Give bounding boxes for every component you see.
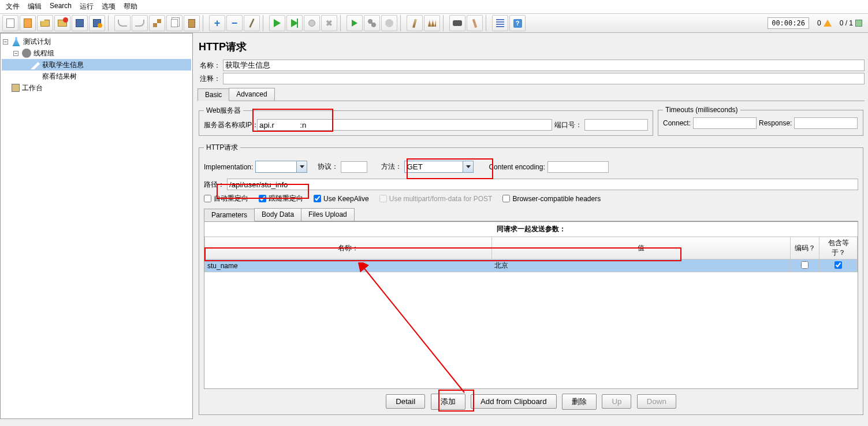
server-input[interactable] [257, 119, 552, 131]
comment-label: 注释： [198, 74, 221, 84]
down-button[interactable]: Down [637, 394, 676, 409]
function-helper-button[interactable] [492, 15, 508, 31]
name-label: 名称： [198, 61, 221, 71]
clear-all-button[interactable] [424, 15, 440, 31]
cell-encode[interactable] [791, 260, 819, 272]
port-label: 端口号： [554, 120, 582, 130]
add-button[interactable]: 添加 [431, 394, 465, 410]
start-button[interactable] [269, 15, 285, 31]
parameters-area: 同请求一起发送参数： 名称： 值 编码？ 包含等于？ stu_name 北京 [204, 221, 858, 389]
connect-label: Connect: [663, 119, 691, 127]
tree-node-thread-group[interactable]: − 线程组 [2, 47, 191, 59]
col-value[interactable]: 值 [492, 237, 791, 260]
panel-title: HTTP请求 [199, 40, 863, 54]
menu-help[interactable]: 帮助 [124, 2, 137, 12]
keepalive-checkbox[interactable]: Use KeepAlive [314, 195, 369, 203]
menu-run[interactable]: 运行 [80, 2, 94, 12]
elapsed-timer: 00:00:26 [768, 17, 809, 29]
collapse-button[interactable]: − [226, 15, 243, 31]
menu-edit[interactable]: 编辑 [28, 2, 42, 12]
method-select[interactable] [404, 161, 474, 173]
menu-search[interactable]: Search [50, 2, 72, 12]
protocol-input[interactable] [341, 161, 367, 173]
templates-button[interactable] [20, 15, 36, 31]
sampler-panel: HTTP请求 名称： 注释： Basic Advanced Web服务器 服务器… [193, 33, 868, 419]
col-include-equals[interactable]: 包含等于？ [819, 237, 858, 260]
toggle-button[interactable] [244, 15, 260, 31]
follow-redirect-checkbox[interactable]: 跟随重定向 [259, 194, 303, 203]
implementation-select[interactable] [255, 161, 307, 173]
save-as-button[interactable] [89, 15, 105, 31]
detail-button[interactable]: Detail [386, 394, 425, 409]
tree-node-http-sampler[interactable]: 获取学生信息 [2, 59, 191, 71]
web-server-fieldset: Web服务器 服务器名称或IP： 端口号： [199, 106, 653, 136]
col-encode[interactable]: 编码？ [791, 237, 819, 260]
cell-param-name[interactable]: stu_name [205, 260, 492, 272]
http-request-fieldset: HTTP请求 Implementation: 协议： 方法： Content e… [199, 143, 863, 415]
close-button[interactable] [54, 15, 70, 31]
parameters-table[interactable]: 名称： 值 编码？ 包含等于？ stu_name 北京 [204, 236, 858, 272]
tree-node-workbench[interactable]: 工作台 [2, 82, 191, 94]
timeouts-fieldset: Timeouts (milliseconds) Connect: Respons… [658, 106, 863, 136]
tab-basic[interactable]: Basic [198, 88, 229, 101]
content-encoding-label: Content encoding: [489, 163, 545, 171]
paste-button[interactable] [184, 15, 200, 31]
expand-button[interactable]: + [209, 15, 225, 31]
method-label: 方法： [381, 162, 402, 172]
tab-body-data[interactable]: Body Data [254, 208, 301, 221]
response-input[interactable] [794, 117, 858, 129]
new-button[interactable] [2, 15, 18, 31]
remote-start-all-button[interactable] [364, 15, 380, 31]
web-server-legend: Web服务器 [204, 106, 243, 116]
up-button[interactable]: Up [602, 394, 631, 409]
table-row[interactable]: stu_name 北京 [205, 260, 858, 272]
tab-files-upload[interactable]: Files Upload [301, 208, 355, 221]
multipart-checkbox[interactable]: Use multipart/form-data for POST [379, 195, 493, 203]
remote-start-button[interactable] [347, 15, 363, 31]
remote-stop-button[interactable] [381, 15, 397, 31]
content-encoding-input[interactable] [547, 161, 609, 173]
help-button[interactable]: ? [509, 15, 526, 31]
flask-icon [12, 37, 21, 46]
tree-node-test-plan[interactable]: − 测试计划 [2, 36, 191, 47]
clear-button[interactable] [407, 15, 423, 31]
stop-button[interactable] [304, 15, 320, 31]
tab-parameters[interactable]: Parameters [204, 209, 255, 221]
tree-node-results-tree[interactable]: 察看结果树 [2, 71, 191, 82]
cell-param-value[interactable]: 北京 [492, 260, 791, 272]
undo-button[interactable] [114, 15, 131, 31]
save-button[interactable] [72, 15, 88, 31]
shutdown-button[interactable]: ✖ [321, 15, 337, 31]
auto-redirect-checkbox[interactable]: 自动重定向 [204, 194, 248, 203]
parameters-header: 同请求一起发送参数： [204, 222, 858, 236]
name-input[interactable] [223, 60, 865, 71]
parameters-buttons: Detail 添加 Add from Clipboard 删除 Up Down [204, 394, 858, 410]
open-button[interactable] [37, 15, 53, 31]
menubar: 文件 编辑 Search 运行 选项 帮助 [0, 0, 868, 14]
tree-toggle-icon[interactable]: − [13, 51, 18, 56]
search-button[interactable] [449, 15, 465, 31]
port-input[interactable] [584, 119, 648, 131]
start-no-timers-button[interactable] [286, 15, 303, 31]
tree-label: 线程组 [33, 49, 54, 58]
timeouts-legend: Timeouts (milliseconds) [663, 106, 740, 114]
delete-button[interactable]: 删除 [562, 394, 597, 410]
chevron-down-icon[interactable] [463, 161, 473, 172]
path-input[interactable] [227, 179, 858, 190]
chevron-down-icon[interactable] [296, 161, 307, 172]
test-plan-tree[interactable]: − 测试计划 − 线程组 获取学生信息 察看结果树 工作台 [0, 33, 193, 419]
redo-button[interactable] [132, 15, 148, 31]
comment-input[interactable] [223, 73, 865, 84]
col-name[interactable]: 名称： [205, 237, 492, 260]
cell-include-equals[interactable] [819, 260, 858, 272]
reset-search-button[interactable] [467, 15, 483, 31]
tree-toggle-icon[interactable]: − [3, 39, 8, 45]
connect-input[interactable] [693, 117, 757, 129]
cut-button[interactable] [149, 15, 165, 31]
add-from-clipboard-button[interactable]: Add from Clipboard [471, 394, 557, 409]
browser-headers-checkbox[interactable]: Browser-compatible headers [502, 195, 601, 203]
tab-advanced[interactable]: Advanced [229, 88, 274, 101]
menu-file[interactable]: 文件 [6, 2, 20, 12]
copy-button[interactable] [166, 15, 182, 31]
menu-options[interactable]: 选项 [102, 2, 116, 12]
